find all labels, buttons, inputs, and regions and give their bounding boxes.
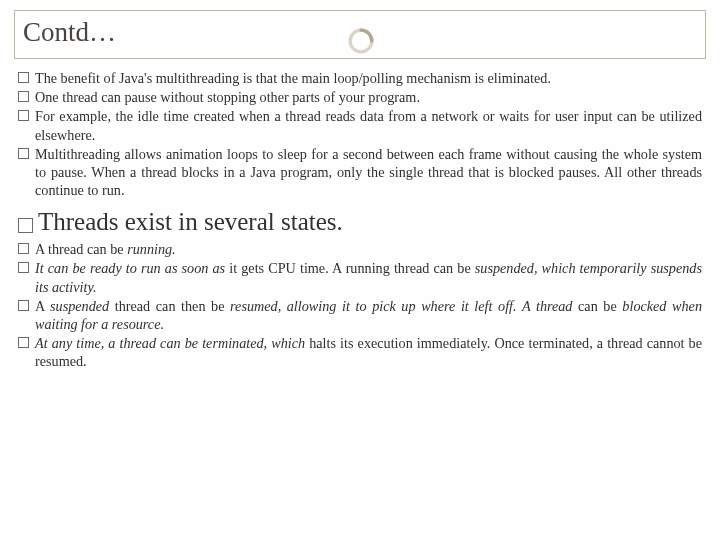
- slide: Contd… The benefit of Java's multithread…: [0, 0, 720, 540]
- list-item: A thread can be running.: [18, 240, 702, 258]
- checkbox-icon: [18, 110, 29, 121]
- checkbox-icon: [18, 91, 29, 102]
- list-item: For example, the idle time created when …: [18, 107, 702, 143]
- list-item: One thread can pause without stopping ot…: [18, 88, 702, 106]
- bullet-text: One thread can pause without stopping ot…: [35, 88, 702, 106]
- checkbox-icon: [18, 218, 33, 233]
- checkbox-icon: [18, 300, 29, 311]
- slide-body: The benefit of Java's multithreading is …: [0, 69, 720, 370]
- checkbox-icon: [18, 262, 29, 273]
- bullet-text: It can be ready to run as soon as it get…: [35, 259, 702, 295]
- section-heading: Threads exist in several states.: [18, 208, 702, 236]
- list-item: The benefit of Java's multithreading is …: [18, 69, 702, 87]
- list-item: At any time, a thread can be terminated,…: [18, 334, 702, 370]
- bullet-text: For example, the idle time created when …: [35, 107, 702, 143]
- list-item: It can be ready to run as soon as it get…: [18, 259, 702, 295]
- checkbox-icon: [18, 148, 29, 159]
- checkbox-icon: [18, 243, 29, 254]
- list-item: Multithreading allows animation loops to…: [18, 145, 702, 200]
- section-title-text: Threads exist in several states.: [38, 208, 343, 236]
- bullet-text: A thread can be running.: [35, 240, 702, 258]
- bullet-text: Multithreading allows animation loops to…: [35, 145, 702, 200]
- bullet-text: At any time, a thread can be terminated,…: [35, 334, 702, 370]
- bullet-text: A suspended thread can then be resumed, …: [35, 297, 702, 333]
- checkbox-icon: [18, 337, 29, 348]
- loading-spinner-icon: [346, 26, 376, 56]
- list-item: A suspended thread can then be resumed, …: [18, 297, 702, 333]
- checkbox-icon: [18, 72, 29, 83]
- bullet-text: The benefit of Java's multithreading is …: [35, 69, 702, 87]
